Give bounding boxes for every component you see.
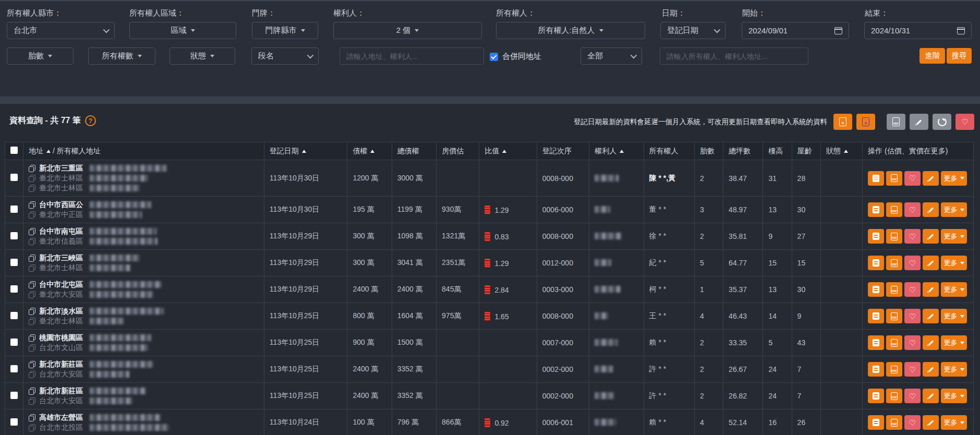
status-dropdown[interactable]: 狀態 — [170, 47, 235, 65]
row-favorite-button[interactable]: ♡ — [904, 171, 921, 186]
owner-search-input[interactable] — [660, 47, 808, 65]
row-checkbox[interactable] — [10, 232, 18, 239]
address-city[interactable]: 台北市文山區 — [39, 343, 83, 353]
transcript-button[interactable] — [868, 256, 884, 270]
copy-icon[interactable] — [29, 291, 35, 298]
row-pdf-button[interactable] — [886, 229, 902, 244]
copy-icon[interactable] — [29, 388, 35, 395]
copy-icon[interactable] — [29, 264, 35, 272]
col-header-claim[interactable]: 債權 — [347, 142, 392, 160]
address-city[interactable]: 台北市大安區 — [39, 396, 83, 406]
address-city[interactable]: 桃園市桃園區 — [39, 333, 83, 343]
row-more-button[interactable]: 更多 — [941, 229, 967, 244]
copy-icon[interactable] — [29, 414, 35, 421]
date-start-input[interactable]: 2024/09/01 — [742, 22, 849, 39]
row-favorite-button[interactable]: ♡ — [904, 282, 921, 297]
owner-district-dropdown[interactable]: 區域 — [129, 22, 236, 39]
copy-icon[interactable] — [29, 308, 35, 315]
row-more-button[interactable]: 更多 — [941, 309, 967, 323]
col-header-ratio[interactable]: 比值 — [479, 142, 537, 160]
row-edit-button[interactable] — [923, 389, 939, 403]
refresh-button[interactable] — [933, 114, 951, 130]
address-city[interactable]: 臺北市士林區 — [39, 263, 83, 273]
col-header-address[interactable]: 地址 / 所有權人地址 — [23, 142, 264, 160]
copy-icon[interactable] — [29, 255, 35, 262]
row-edit-button[interactable] — [923, 256, 939, 270]
ownership-count-dropdown[interactable]: 所有權數 — [88, 47, 155, 65]
transcript-button[interactable] — [868, 282, 884, 297]
address-city[interactable]: 臺北市中正區 — [39, 210, 83, 220]
copy-icon[interactable] — [29, 185, 35, 192]
row-pdf-button[interactable] — [886, 415, 902, 430]
transcript-button[interactable] — [868, 335, 884, 350]
calendar-icon[interactable] — [957, 27, 965, 34]
row-checkbox[interactable] — [10, 259, 18, 266]
copy-icon[interactable] — [29, 371, 35, 378]
row-favorite-button[interactable]: ♡ — [904, 202, 921, 217]
transcript-button[interactable] — [868, 389, 884, 403]
row-favorite-button[interactable]: ♡ — [904, 362, 921, 377]
copy-icon[interactable] — [29, 211, 35, 219]
owner-city-select[interactable]: 台北市 — [7, 22, 115, 39]
obligee-dropdown[interactable]: 2 個 — [333, 22, 482, 39]
row-edit-button[interactable] — [923, 282, 939, 297]
row-more-button[interactable]: 更多 — [941, 171, 967, 186]
row-pdf-button[interactable] — [886, 309, 902, 323]
row-more-button[interactable]: 更多 — [941, 282, 967, 297]
col-header-reg-date[interactable]: 登記日期 — [264, 142, 347, 160]
calendar-icon[interactable] — [834, 27, 842, 34]
row-checkbox[interactable] — [10, 418, 18, 426]
address-city[interactable]: 高雄市左營區 — [39, 413, 83, 422]
address-city[interactable]: 台北市北投區 — [39, 422, 83, 432]
address-city[interactable]: 台中市北屯區 — [39, 280, 83, 289]
row-edit-button[interactable] — [923, 362, 939, 377]
col-header-obligee[interactable]: 權利人 — [589, 142, 644, 160]
export-pdf-button[interactable] — [887, 114, 905, 130]
copy-icon[interactable] — [29, 424, 35, 431]
export-excel-alt-button[interactable] — [856, 114, 875, 130]
row-checkbox[interactable] — [10, 285, 18, 293]
owner-dropdown[interactable]: 所有權人:自然人 — [496, 22, 645, 39]
scope-select[interactable]: 全部 — [580, 47, 642, 65]
copy-icon[interactable] — [29, 201, 35, 209]
address-city[interactable]: 新北市新莊區 — [39, 386, 83, 396]
row-more-button[interactable]: 更多 — [941, 202, 967, 217]
row-checkbox[interactable] — [10, 339, 18, 346]
copy-icon[interactable] — [29, 397, 35, 405]
row-favorite-button[interactable]: ♡ — [904, 309, 921, 323]
date-end-input[interactable]: 2024/10/31 — [864, 22, 972, 39]
row-pdf-button[interactable] — [886, 202, 902, 217]
address-city[interactable]: 新北市淡水區 — [39, 306, 83, 316]
row-pdf-button[interactable] — [886, 362, 902, 377]
row-pdf-button[interactable] — [886, 282, 902, 297]
favorite-button[interactable]: ♡ — [955, 114, 974, 130]
address-city[interactable]: 臺北市士林區 — [39, 173, 83, 183]
copy-icon[interactable] — [29, 238, 35, 245]
row-more-button[interactable]: 更多 — [941, 335, 967, 350]
row-more-button[interactable]: 更多 — [941, 362, 967, 377]
row-favorite-button[interactable]: ♡ — [904, 256, 921, 270]
copy-icon[interactable] — [29, 318, 35, 325]
row-edit-button[interactable] — [923, 171, 939, 186]
copy-icon[interactable] — [29, 344, 35, 352]
col-header-status[interactable]: 狀態 — [820, 142, 862, 160]
copy-icon[interactable] — [29, 361, 35, 368]
row-favorite-button[interactable]: ♡ — [904, 335, 921, 350]
row-favorite-button[interactable]: ♡ — [904, 229, 921, 244]
copy-icon[interactable] — [29, 175, 35, 182]
merge-same-address-checkbox[interactable] — [490, 53, 498, 61]
row-pdf-button[interactable] — [886, 389, 902, 403]
row-edit-button[interactable] — [923, 309, 939, 323]
export-excel-button[interactable] — [833, 114, 852, 130]
row-more-button[interactable]: 更多 — [941, 389, 967, 403]
address-city[interactable]: 台北市大安區 — [39, 369, 83, 379]
row-checkbox[interactable] — [10, 392, 18, 399]
copy-icon[interactable] — [29, 228, 35, 235]
row-edit-button[interactable] — [923, 229, 939, 244]
address-city[interactable]: 台中市南屯區 — [39, 226, 83, 236]
address-city[interactable]: 台中市西區公 — [39, 200, 83, 210]
copy-icon[interactable] — [29, 165, 35, 172]
door-plate-dropdown[interactable]: 門牌縣市 — [252, 22, 318, 39]
address-city[interactable]: 臺北市士林區 — [39, 183, 83, 193]
row-checkbox[interactable] — [10, 206, 18, 213]
